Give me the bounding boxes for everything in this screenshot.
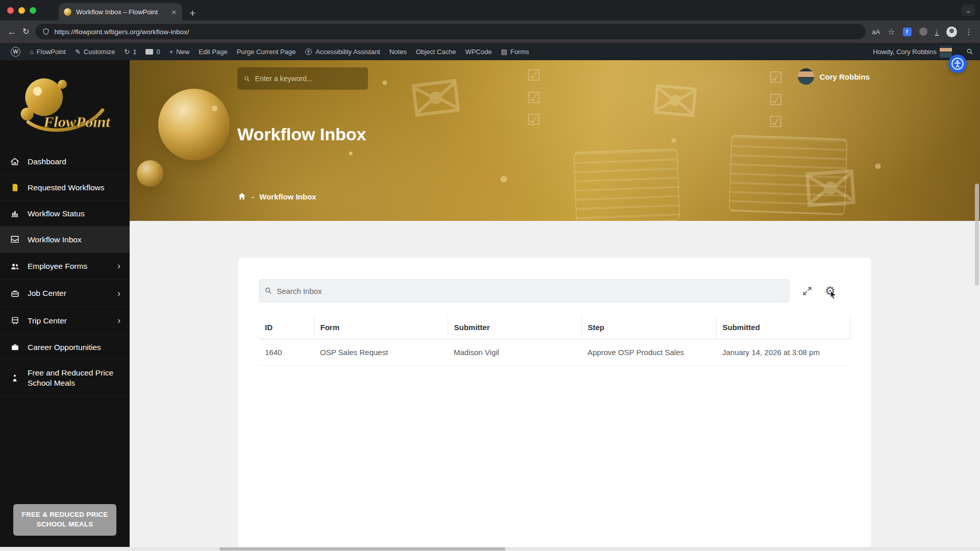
sidebar-item-school-meals[interactable]: Free and Reduced Price School Meals (0, 360, 130, 396)
home-icon[interactable] (237, 192, 247, 201)
cell-id: 1640 (259, 339, 314, 366)
admin-new[interactable]: +New (165, 43, 194, 60)
browser-toolbar: ← ↻ https://flowpoint.wftigers.org/workf… (0, 20, 980, 43)
chevron-right-icon: › (117, 260, 120, 272)
sidebar-item-dashboard[interactable]: Dashboard (0, 149, 130, 175)
admin-comments[interactable]: 0 (141, 43, 164, 60)
column-header-submitted[interactable]: Submitted (716, 316, 851, 339)
people-icon (9, 261, 20, 271)
sidebar-item-employee-forms[interactable]: Employee Forms › (0, 253, 130, 280)
admin-accessibility-assistant[interactable]: Accessibility Assistant (300, 43, 384, 60)
gold-sphere-decoration (137, 160, 163, 187)
brush-icon: ✎ (75, 48, 81, 56)
cell-form: OSP Sales Request (314, 339, 448, 366)
sidebar-item-workflow-inbox[interactable]: Workflow Inbox (0, 227, 130, 253)
sidebar: FlowPoint Dashboard Requested Workflows … (0, 60, 130, 551)
sidebar-item-label: Workflow Status (28, 209, 120, 218)
breadcrumb-separator: - (252, 192, 254, 201)
flowpoint-favicon-icon (64, 8, 71, 16)
free-reduced-meals-button[interactable]: FREE & REDUCED PRICE SCHOOL MEALS (13, 504, 116, 536)
keyword-search-input[interactable] (255, 74, 362, 83)
horizontal-scrollbar-thumb[interactable] (219, 547, 505, 550)
briefcase-filled-icon (9, 342, 20, 352)
browser-menu-icon[interactable]: ⋮ (965, 27, 973, 37)
column-header-submitter[interactable]: Submitter (448, 316, 581, 339)
panel-decoration (574, 148, 680, 221)
extension-blue-icon[interactable]: f (903, 28, 912, 36)
admin-edit-page[interactable]: Edit Page (194, 43, 232, 60)
admin-object-cache[interactable]: Object Cache (411, 43, 461, 60)
home-icon: ⌂ (30, 48, 34, 56)
tab-close-icon[interactable]: × (170, 8, 177, 16)
admin-purge-page[interactable]: Purge Current Page (232, 43, 301, 60)
update-icon: ↻ (124, 48, 130, 56)
minimize-window-button[interactable] (18, 7, 25, 14)
sidebar-item-requested-workflows[interactable]: Requested Workflows (0, 175, 130, 201)
zoom-window-button[interactable] (30, 7, 36, 14)
gold-sphere-decoration (158, 89, 230, 160)
reload-button[interactable]: ↻ (22, 28, 29, 36)
admin-search-button[interactable] (966, 47, 974, 56)
address-bar[interactable]: https://flowpoint.wftigers.org/workflow-… (35, 24, 866, 39)
sidebar-item-label: Dashboard (28, 157, 120, 166)
extension-gray-icon[interactable] (919, 28, 927, 36)
admin-forms[interactable]: ▤Forms (496, 43, 533, 60)
checklist-icon: ☑ ☑ ☑ (769, 66, 782, 133)
envelope-icon: ✉ (406, 64, 466, 134)
admin-wpcode[interactable]: WPCode (460, 43, 496, 60)
main-area: ✉ ✉ ✉ ☑ ☑ ☑ ☑ ☑ ☑ Cory Robbins Workflow (130, 60, 980, 551)
close-window-button[interactable] (7, 7, 14, 14)
toolbar-icons: aA ☆ f ↓ ⋮ (872, 27, 973, 37)
wp-logo-menu[interactable]: W (6, 43, 25, 60)
admin-howdy[interactable]: Howdy, Cory Robbins (868, 43, 957, 60)
page: FlowPoint Dashboard Requested Workflows … (0, 60, 980, 551)
admin-updates[interactable]: ↻1 (119, 43, 141, 60)
sidebar-item-workflow-status[interactable]: Workflow Status (0, 201, 130, 227)
new-label: New (176, 48, 189, 56)
admin-site-name[interactable]: ⌂FlowPoint (25, 43, 70, 60)
horizontal-scrollbar[interactable] (0, 547, 980, 551)
comments-count: 0 (156, 48, 160, 56)
site-settings-icon (42, 28, 50, 35)
cell-step: Approve OSP Product Sales (581, 339, 716, 366)
breadcrumb-current: Workflow Inbox (259, 192, 316, 201)
expand-fullscreen-button[interactable] (802, 286, 813, 296)
sidebar-item-trip-center[interactable]: Trip Center › (0, 307, 130, 335)
mouse-cursor (828, 290, 838, 299)
table-settings-button[interactable]: ⚙ (825, 285, 836, 297)
sidebar-item-career-opportunities[interactable]: Career Opportunities (0, 335, 130, 360)
inbox-search-input[interactable] (259, 279, 790, 303)
wordpress-icon: W (11, 47, 20, 57)
admin-customize[interactable]: ✎Customize (70, 43, 119, 60)
vertical-scrollbar[interactable] (975, 184, 979, 286)
requested-workflows-icon (9, 183, 20, 192)
bus-icon (9, 316, 20, 325)
table-row[interactable]: 1640 OSP Sales Request Madison Vigil App… (259, 339, 851, 366)
text-size-icon[interactable]: aA (872, 28, 880, 36)
browser-profile-avatar[interactable] (946, 27, 957, 37)
column-header-form[interactable]: Form (314, 316, 448, 339)
flowpoint-logo[interactable]: FlowPoint (0, 60, 130, 149)
sidebar-item-job-center[interactable]: Job Center › (0, 280, 130, 308)
sidebar-item-label: Employee Forms (28, 261, 110, 271)
sidebar-item-label: Requested Workflows (28, 183, 120, 192)
tab-overflow-button[interactable]: ⌄ (962, 5, 975, 16)
site-name-label: FlowPoint (37, 48, 66, 56)
search-icon (966, 47, 974, 56)
wp-admin-bar: W ⌂FlowPoint ✎Customize ↻1 0 +New Edit P… (0, 43, 980, 60)
back-button[interactable]: ← (7, 27, 16, 36)
downloads-icon[interactable]: ↓ (935, 28, 939, 36)
accessibility-widget-button[interactable] (948, 55, 967, 73)
sidebar-item-label: Free and Reduced Price School Meals (28, 368, 120, 388)
new-tab-button[interactable]: + (189, 8, 195, 18)
column-header-step[interactable]: Step (581, 316, 716, 339)
sidebar-item-label: Job Center (28, 288, 110, 298)
forms-icon: ▤ (501, 48, 507, 56)
user-menu[interactable]: Cory Robbins (798, 68, 870, 85)
column-header-id[interactable]: ID (259, 316, 314, 339)
admin-notes[interactable]: Notes (385, 43, 411, 60)
user-avatar (798, 68, 814, 85)
bookmark-star-icon[interactable]: ☆ (888, 27, 895, 37)
page-hero: ✉ ✉ ✉ ☑ ☑ ☑ ☑ ☑ ☑ Cory Robbins Workflow (130, 60, 980, 221)
browser-tab[interactable]: Workflow Inbox – FlowPoint × (59, 3, 182, 20)
